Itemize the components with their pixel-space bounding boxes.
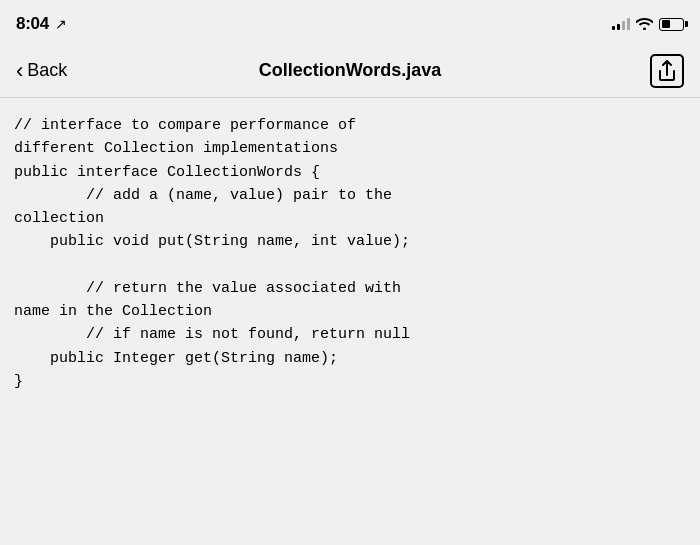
status-right <box>612 16 684 33</box>
status-time: 8:04 <box>16 14 49 34</box>
code-container: // interface to compare performance of d… <box>0 98 700 545</box>
signal-bar-2 <box>617 24 620 30</box>
signal-bar-1 <box>612 26 615 30</box>
signal-bar-3 <box>622 21 625 30</box>
back-button[interactable]: ‹ Back <box>16 60 67 82</box>
back-label: Back <box>27 60 67 81</box>
battery-icon <box>659 18 684 31</box>
wifi-icon <box>636 16 653 33</box>
status-left: 8:04 ↗ <box>16 14 67 34</box>
page-title: CollectionWords.java <box>259 60 442 81</box>
battery-fill <box>662 20 670 28</box>
share-button[interactable] <box>650 54 684 88</box>
status-bar: 8:04 ↗ <box>0 0 700 44</box>
signal-bars-icon <box>612 18 630 30</box>
code-block: // interface to compare performance of d… <box>14 114 686 393</box>
chevron-left-icon: ‹ <box>16 60 23 82</box>
navigation-bar: ‹ Back CollectionWords.java <box>0 44 700 98</box>
location-icon: ↗ <box>55 16 67 32</box>
signal-bar-4 <box>627 18 630 30</box>
share-icon <box>657 60 677 82</box>
